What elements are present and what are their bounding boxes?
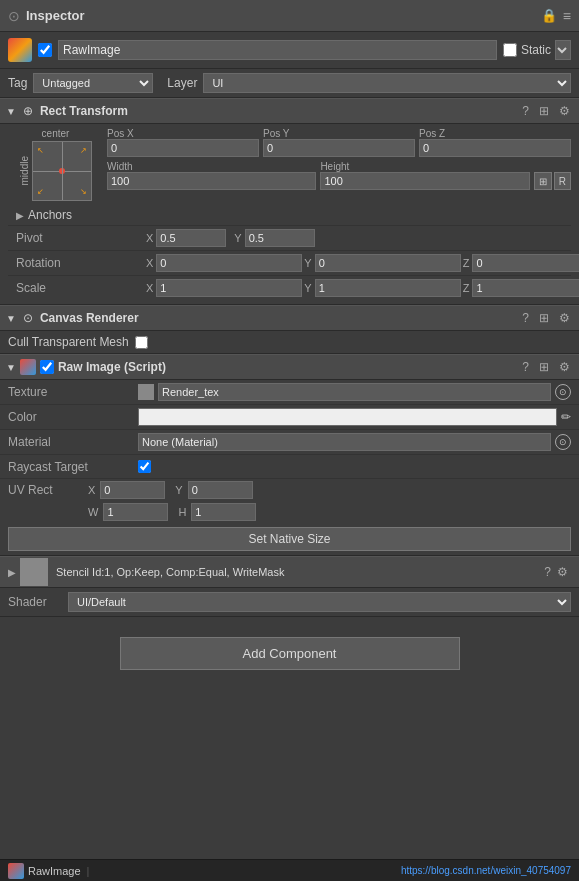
cull-checkbox[interactable] — [135, 336, 148, 349]
pivot-xy: X Y — [146, 229, 315, 247]
texture-input[interactable] — [158, 383, 551, 401]
stencil-icon — [20, 558, 48, 586]
rotation-label: Rotation — [16, 256, 146, 270]
canvas-renderer-menu-btn[interactable]: ⚙ — [556, 310, 573, 326]
center-label: center — [42, 128, 70, 139]
object-icon — [8, 38, 32, 62]
material-input[interactable] — [138, 433, 551, 451]
shader-label: Shader — [8, 595, 68, 609]
shader-row: Shader UI/Default — [0, 588, 579, 616]
width-label: Width — [107, 161, 316, 172]
texture-picker-btn[interactable]: ⊙ — [555, 384, 571, 400]
pos-z-input[interactable] — [419, 139, 571, 157]
pivot-x-input[interactable] — [156, 229, 226, 247]
texture-preview — [138, 384, 154, 400]
native-size-button[interactable]: Set Native Size — [8, 527, 571, 551]
stencil-header: ▶ Stencil Id:1, Op:Keep, Comp:Equal, Wri… — [0, 556, 579, 588]
object-name-input[interactable] — [58, 40, 497, 60]
pos-y-input[interactable] — [263, 139, 415, 157]
tag-select[interactable]: Untagged — [33, 73, 153, 93]
raw-image-help-btn[interactable]: ? — [519, 359, 532, 375]
object-enabled-checkbox[interactable] — [38, 43, 52, 57]
raw-image-menu-btn[interactable]: ⚙ — [556, 359, 573, 375]
layer-select[interactable]: UI — [203, 73, 571, 93]
rot-y-input[interactable] — [315, 254, 461, 272]
canvas-renderer-blueprint-btn[interactable]: ⊞ — [536, 310, 552, 326]
status-separator: | — [87, 865, 90, 877]
rect-transform-actions: ? ⊞ ⚙ — [519, 103, 573, 119]
rot-x-input[interactable] — [156, 254, 302, 272]
width-input[interactable] — [107, 172, 316, 190]
rect-transform-header: ▼ ⊕ Rect Transform ? ⊞ ⚙ — [0, 98, 579, 124]
stencil-menu-btn[interactable]: ⚙ — [554, 564, 571, 580]
canvas-renderer-toggle[interactable]: ▼ — [6, 313, 16, 324]
status-url[interactable]: https://blog.csdn.net/weixin_40754097 — [401, 865, 571, 876]
shader-select[interactable]: UI/Default — [68, 592, 571, 612]
anchors-expand-icon[interactable]: ▶ — [16, 210, 24, 221]
stencil-toggle[interactable]: ▶ — [8, 567, 16, 578]
raw-image-icon — [20, 359, 36, 375]
raw-image-title: Raw Image (Script) — [58, 360, 519, 374]
wh-row: Width Height ⊞ R — [107, 161, 571, 190]
menu-icon[interactable]: ≡ — [563, 8, 571, 24]
rect-transform-title: Rect Transform — [40, 104, 519, 118]
rect-transform-menu-btn[interactable]: ⚙ — [556, 103, 573, 119]
lock-icon[interactable]: 🔒 — [541, 8, 557, 23]
uv-x-input[interactable] — [100, 481, 165, 499]
raycast-checkbox[interactable] — [138, 460, 151, 473]
uv-w-label: W — [88, 506, 98, 518]
scale-z-input[interactable] — [472, 279, 579, 297]
add-component-area: Add Component — [0, 617, 579, 690]
rot-z-label: Z — [463, 257, 470, 269]
rect-transform-help-btn[interactable]: ? — [519, 103, 532, 119]
rect-right-panel: Pos X Pos Y Pos Z Width Height — [107, 128, 571, 190]
object-row: Static ▼ — [0, 32, 579, 69]
raw-image-toggle[interactable]: ▼ — [6, 362, 16, 373]
rect-transform-toggle[interactable]: ▼ — [6, 106, 16, 117]
pos-x-field: Pos X — [107, 128, 259, 157]
raw-image-blueprint-btn[interactable]: ⊞ — [536, 359, 552, 375]
rot-z-input[interactable] — [472, 254, 579, 272]
width-field: Width — [107, 161, 316, 190]
rotation-row: Rotation X Y Z — [8, 251, 571, 276]
scale-xyz: X Y Z — [146, 279, 579, 297]
stencil-section: ▶ Stencil Id:1, Op:Keep, Comp:Equal, Wri… — [0, 556, 579, 617]
pos-z-field: Pos Z — [419, 128, 571, 157]
ratio-btn[interactable]: R — [554, 172, 571, 190]
material-picker-btn[interactable]: ⊙ — [555, 434, 571, 450]
pivot-x-label: X — [146, 232, 153, 244]
status-object-name: RawImage — [28, 865, 81, 877]
uv-w-input[interactable] — [103, 503, 168, 521]
uv-y-input[interactable] — [188, 481, 253, 499]
static-area: Static ▼ — [503, 40, 571, 60]
raw-image-enabled-checkbox[interactable] — [40, 360, 54, 374]
static-checkbox[interactable] — [503, 43, 517, 57]
inspector-panel-icon: ⊙ — [8, 8, 20, 24]
height-input[interactable] — [320, 172, 529, 190]
color-picker-btn[interactable]: ✏ — [561, 410, 571, 424]
scale-x-input[interactable] — [156, 279, 302, 297]
rect-transform-blueprint-btn[interactable]: ⊞ — [536, 103, 552, 119]
static-dropdown[interactable]: ▼ — [555, 40, 571, 60]
rect-anchor-box[interactable]: ↖ ↗ ↙ ↘ — [32, 141, 92, 201]
pos-y-label: Pos Y — [263, 128, 415, 139]
scale-row: Scale X Y Z — [8, 276, 571, 300]
blueprint-btn[interactable]: ⊞ — [534, 172, 552, 190]
pos-x-input[interactable] — [107, 139, 259, 157]
anchors-row[interactable]: ▶ Anchors — [8, 205, 571, 226]
pivot-y-input[interactable] — [245, 229, 315, 247]
uv-h-input[interactable] — [191, 503, 256, 521]
status-left: RawImage | — [8, 863, 91, 879]
color-swatch[interactable] — [138, 408, 557, 426]
uvrect-wh-fields: W H — [88, 503, 256, 521]
uv-y-label: Y — [175, 484, 182, 496]
layer-label: Layer — [167, 76, 197, 90]
uvrect-xy-fields: X Y — [88, 481, 253, 499]
canvas-renderer-help-btn[interactable]: ? — [519, 310, 532, 326]
rect-grid-row: center middle ↖ ↗ ↙ ↘ Pos X — [8, 128, 571, 201]
stencil-help-btn[interactable]: ? — [541, 564, 554, 580]
canvas-renderer-actions: ? ⊞ ⚙ — [519, 310, 573, 326]
add-component-button[interactable]: Add Component — [120, 637, 460, 670]
pos-row: Pos X Pos Y Pos Z — [107, 128, 571, 157]
scale-y-input[interactable] — [315, 279, 461, 297]
